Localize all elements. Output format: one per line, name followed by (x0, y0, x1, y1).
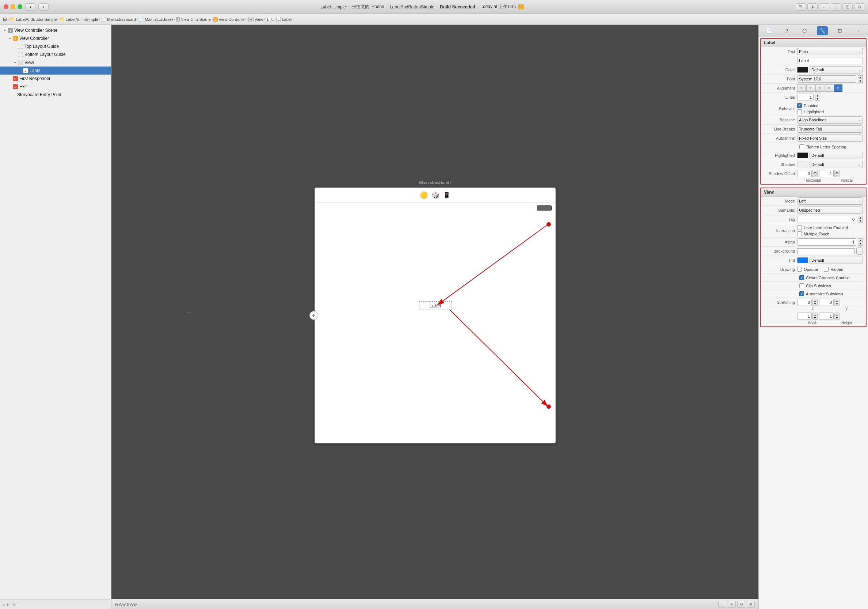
zoom-actual-icon[interactable]: ⊞ (728, 601, 736, 607)
stretch-y-up[interactable]: ▲ (834, 299, 840, 302)
canvas-scroll[interactable]: → Main storyboard 🟡 🎲 📱 Labe (112, 25, 758, 599)
tree-item-vc-scene[interactable]: ▾ S View Controller Scene (0, 26, 111, 34)
stretch-w-down[interactable]: ▼ (812, 316, 818, 320)
stretch-x-field[interactable]: 0 (797, 299, 812, 306)
color-swatch[interactable] (797, 67, 808, 73)
shadow-v-field[interactable]: -1 (819, 170, 834, 177)
text-type-select[interactable]: Plain ⌄ (797, 48, 863, 55)
related-files-icon[interactable]: ◎ (808, 3, 818, 11)
zoom-in-icon[interactable]: ⊟ (737, 601, 745, 607)
autoshrink-select[interactable]: Fixed Font Size ⌄ (797, 135, 863, 142)
stretch-x-down[interactable]: ▼ (812, 302, 818, 306)
editor-standard-icon[interactable]: ⬜ (831, 3, 841, 11)
align-natural-btn[interactable]: ≡ (834, 84, 842, 92)
clip-checkbox[interactable] (799, 283, 804, 288)
align-center-btn[interactable]: ≡ (806, 84, 815, 92)
tag-field[interactable]: 0 (797, 216, 856, 223)
stretch-w-up[interactable]: ▲ (812, 312, 818, 316)
font-down[interactable]: ▼ (858, 79, 863, 82)
baseline-select[interactable]: Align Baselines ⌄ (797, 116, 863, 124)
breadcrumb-item-3[interactable]: 📄 Main.st...(Base) (138, 17, 173, 22)
navigate-icon[interactable]: ↔ (819, 3, 829, 11)
tree-item-view[interactable]: ▾ View (0, 59, 111, 67)
text-value-field[interactable]: Label (797, 57, 863, 64)
tag-down[interactable]: ▼ (858, 219, 863, 223)
inspector-tab-size[interactable]: ⊡ (834, 26, 845, 35)
alpha-field[interactable]: 1 (797, 238, 856, 245)
storyboard-scene[interactable]: 🟡 🎲 📱 Label (315, 188, 556, 443)
tree-item-exit[interactable]: E Exit (0, 82, 111, 91)
hidden-checkbox[interactable] (824, 267, 829, 272)
linebreaks-select[interactable]: Truncate Tail ⌄ (797, 125, 863, 133)
tree-item-top-guide[interactable]: Top Layout Guide (0, 42, 111, 50)
alpha-down[interactable]: ▼ (858, 242, 863, 245)
breadcrumb-item-6[interactable]: V View (248, 17, 263, 22)
shadow-color-swatch[interactable] (797, 162, 808, 168)
shadow-v-up[interactable]: ▲ (834, 170, 840, 174)
breadcrumb-item-4[interactable]: S View C...r Scene (176, 17, 211, 22)
tag-up[interactable]: ▲ (858, 216, 863, 219)
tint-select[interactable]: Default ⌄ (809, 256, 863, 264)
back-button[interactable]: ‹ (25, 3, 36, 11)
font-value[interactable]: System 17.0 (797, 75, 856, 82)
enabled-checkbox[interactable] (797, 103, 802, 108)
mode-select[interactable]: Left ⌄ (797, 197, 863, 205)
shadow-v-down[interactable]: ▼ (834, 174, 840, 177)
shadow-h-field[interactable]: 0 (797, 170, 812, 177)
tree-item-vc[interactable]: ▾ V View Controller (0, 34, 111, 42)
disclosure-vc[interactable]: ▾ (7, 36, 12, 41)
stretch-w-field[interactable]: 1 (797, 312, 812, 320)
canvas-label-element[interactable]: Label (419, 301, 452, 310)
shadow-h-up[interactable]: ▲ (812, 170, 818, 174)
tree-item-bottom-guide[interactable]: Bottom Layout Guide (0, 50, 111, 59)
inspector-tab-connections[interactable]: → (852, 26, 863, 35)
filter-input[interactable] (7, 602, 108, 607)
stretch-h-up[interactable]: ▲ (834, 312, 840, 316)
breadcrumb-apps-icon[interactable]: ⊞ (3, 16, 7, 22)
shadow-select[interactable]: Default ⌄ (809, 161, 863, 168)
breadcrumb-item-0[interactable]: 📁 LabelAndButtonSimple (9, 17, 57, 22)
align-left-btn[interactable]: ≡ (797, 84, 806, 92)
lines-down[interactable]: ▼ (815, 97, 820, 101)
breadcrumb-item-7[interactable]: L L (266, 17, 274, 22)
disclosure-view[interactable]: ▾ (12, 60, 17, 65)
inspector-tab-file[interactable]: 📄 (764, 26, 775, 35)
semantic-select[interactable]: Unspecified ⌄ (797, 207, 863, 214)
user-interaction-checkbox[interactable] (797, 225, 802, 230)
inspector-tab-attributes[interactable]: 🔧 (817, 26, 828, 35)
lines-field[interactable]: 1 (797, 93, 814, 101)
lines-up[interactable]: ▲ (815, 93, 820, 97)
panel-toggle-icon[interactable]: ☰ (796, 3, 806, 11)
warning-badge[interactable]: 1 (518, 5, 524, 9)
align-justified-btn[interactable]: ≡ (825, 84, 833, 92)
inspector-tab-quick[interactable]: ? (781, 26, 792, 35)
editor-assistant-icon[interactable]: ◫ (842, 3, 852, 11)
highlighted-color-swatch[interactable] (797, 152, 808, 158)
stretch-y-field[interactable]: 0 (819, 299, 834, 306)
tree-item-label[interactable]: L Label (0, 67, 111, 75)
add-object-button[interactable]: + (309, 311, 318, 320)
close-button[interactable] (4, 5, 8, 9)
tree-item-storyboard[interactable]: → Storyboard Entry Point (0, 91, 111, 99)
background-select[interactable]: ⌄ (856, 247, 863, 255)
zoom-out-icon[interactable]: ⊠ (747, 601, 755, 607)
autoresize-checkbox[interactable] (799, 291, 804, 296)
breadcrumb-item-8[interactable]: L Label (276, 17, 291, 22)
zoom-button[interactable] (17, 5, 22, 9)
tree-item-responder[interactable]: R First Responder (0, 75, 111, 82)
stretch-h-field[interactable]: 1 (819, 312, 834, 320)
stretch-h-down[interactable]: ▼ (834, 316, 840, 320)
multiple-touch-checkbox[interactable] (797, 231, 802, 236)
breadcrumb-item-5[interactable]: V View Controller (213, 17, 246, 22)
tint-swatch[interactable] (797, 257, 808, 263)
stretch-x-up[interactable]: ▲ (812, 299, 818, 302)
align-right-btn[interactable]: ≡ (815, 84, 824, 92)
highlighted-checkbox[interactable] (797, 109, 802, 114)
inspector-tab-identity[interactable]: ⬡ (799, 26, 810, 35)
highlighted-color-select[interactable]: Default ⌄ (809, 152, 863, 159)
minimize-button[interactable] (11, 5, 16, 9)
shadow-h-down[interactable]: ▼ (812, 174, 818, 177)
background-swatch[interactable] (797, 248, 855, 254)
opaque-checkbox[interactable] (797, 267, 802, 272)
alpha-up[interactable]: ▲ (858, 238, 863, 242)
